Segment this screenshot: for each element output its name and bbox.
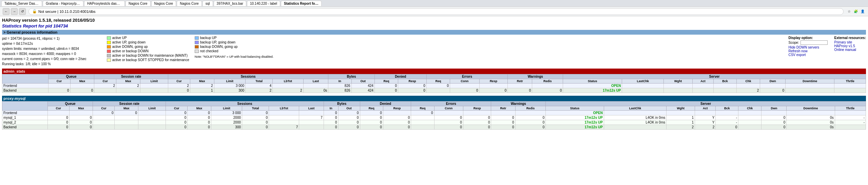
th-dwn: Dwn — [760, 79, 786, 84]
admin-be-wght — [663, 88, 692, 93]
mysql-be-status: 17m12s UP — [546, 125, 604, 130]
primary-site-link[interactable]: Primary site — [834, 40, 852, 44]
th-sr-cur: Cur — [94, 79, 116, 84]
th-sess-max: Max — [190, 79, 214, 84]
admin-fe-sess-total: 4 — [245, 84, 272, 88]
th-mysql-sessions-group: Sessions — [166, 101, 324, 106]
mysql-be-sr-cur — [93, 125, 115, 130]
mysql-fe-status: OPEN — [546, 111, 604, 115]
mysql1-sess-total: 0 — [242, 115, 269, 120]
admin-be-downtime — [786, 88, 834, 93]
scope-input[interactable] — [801, 40, 828, 45]
legend-box-not-checked — [195, 50, 199, 53]
reload-button[interactable]: ↺ — [19, 8, 26, 15]
admin-subheader: Cur Max Cur Max Limit Cur Max Limit Tota… — [2, 79, 866, 84]
mysql2-denied-req: 0 — [360, 120, 383, 125]
tab-2[interactable]: Grafana - Haproxy/platfor... — [43, 1, 83, 6]
browser-tabs: Tableau_Server Dashboard Grafana - Hapro… — [0, 0, 868, 7]
mysql1-lastchk: L4OK in 0ms — [604, 115, 666, 120]
tab-6[interactable]: Nagios Core — [177, 1, 202, 6]
mysql2-bck: - — [716, 120, 738, 125]
csv-export-link[interactable]: CSV export — [788, 53, 806, 57]
mysql2-sess-last — [299, 120, 324, 125]
tab-active[interactable]: Statistics Report for HAP... — [281, 1, 322, 6]
th-mysql-queue-group: Queue — [47, 101, 93, 106]
legend-box-maint — [107, 54, 111, 57]
tab-1[interactable]: Tableau_Server Dashboard — [1, 1, 42, 6]
profile-icon[interactable]: 👤 — [860, 9, 865, 14]
mysql-be-q-max: 0 — [69, 125, 93, 130]
back-button[interactable]: ← — [3, 8, 9, 15]
mysql2-sess-cur: 0 — [166, 120, 188, 125]
mysql1-row: mysql_1 0 0 0 0 2000 0 7 0 0 0 0 — [2, 115, 866, 120]
mysql-fe-bytes-in: 0 — [324, 111, 338, 115]
info-area: pid = 104734 (process #1, nbproc = 1) up… — [2, 36, 866, 67]
mysql2-row: mysql_2 0 0 0 0 2000 0 0 0 0 0 — [2, 120, 866, 125]
admin-be-sr-limit — [140, 88, 168, 93]
admin-fe-err-req: 0 — [426, 84, 450, 88]
proxy-mysql-section: proxy-mysql Queue Session rate Sessions … — [2, 96, 866, 130]
mysql1-downtime: 0s — [787, 115, 835, 120]
mysql1-denied-resp: 0 — [383, 115, 411, 120]
th-denied-group: Denied — [374, 74, 426, 79]
extension-icon[interactable]: 🧩 — [853, 9, 859, 14]
admin-stats-section: admin_stats Queue Session rate Sessions … — [2, 69, 866, 93]
mysql-be-q-cur: 0 — [47, 125, 69, 130]
mysql2-chk — [738, 120, 761, 125]
mysql-fe-err-req: 0 — [411, 111, 434, 115]
tab-5[interactable]: Nagios Core — [151, 1, 176, 6]
bookmark-icon[interactable]: ☆ — [846, 9, 852, 14]
mysql-fe-sess-cur: 0 — [166, 111, 188, 115]
legend-active-down-going-up: active DOWN, going up — [107, 45, 189, 49]
tab-7[interactable]: sql — [202, 1, 213, 6]
th-bytes-in: In — [328, 79, 351, 84]
mysql2-dwn: 0 — [761, 120, 787, 125]
url-text: 10.11.0.210:4001/dbs — [59, 10, 95, 14]
legend-box-active-down — [107, 50, 111, 53]
th-warnings-group: Warnings — [508, 74, 563, 79]
refresh-now-link[interactable]: Refresh now — [788, 49, 807, 53]
admin-be-sr-cur — [94, 88, 116, 93]
haproxy-v15-link[interactable]: HAProxy v1.5 — [834, 44, 855, 48]
lock-icon: 🔓 — [32, 9, 37, 14]
hide-down-servers-link[interactable]: Hide DOWN servers — [788, 45, 819, 49]
mysql1-thrtle: - — [835, 115, 866, 120]
address-bar[interactable]: 🔓 Not secure | 10.11.0.210:4001/dbs — [28, 8, 844, 15]
mysql-be-sess-limit: 300 — [211, 125, 242, 130]
proc-line2: uptime = 0d:17m12s — [2, 41, 86, 46]
th-sess-cur: Cur — [168, 79, 190, 84]
mysql2-sr-max — [115, 120, 138, 125]
online-manual-link[interactable]: Online manual — [834, 48, 856, 52]
admin-fe-sess-last — [303, 84, 328, 88]
th-mysql-sess-max: Max — [188, 106, 211, 111]
th-sess-lbtot: LbTot — [273, 79, 303, 84]
admin-fe-lastchk — [622, 84, 664, 88]
admin-fe-wght — [663, 84, 692, 88]
mysql-fe-bck — [716, 111, 738, 115]
mysql2-name: mysql_2 — [2, 120, 48, 125]
scope-label: Scope: — [788, 41, 799, 44]
th-status: Status — [563, 79, 622, 84]
admin-be-bck — [714, 88, 737, 93]
admin-fe-sess-cur: 2 — [168, 84, 190, 88]
tab-9[interactable]: 10.140.220 - label — [247, 1, 280, 6]
mysql1-sess-cur: 0 — [166, 115, 188, 120]
tab-3[interactable]: HAProxytestcls dashboard — [84, 1, 125, 6]
mysql-fe-sess-lbtot — [269, 111, 299, 115]
mysql1-warn-retr: 0 — [491, 115, 515, 120]
mysql-be-err-resp: 0 — [463, 125, 491, 130]
tab-4[interactable]: Nagios Core — [126, 1, 151, 6]
forward-button[interactable]: → — [11, 8, 18, 15]
th-mysql-denied-group: Denied — [360, 101, 411, 106]
tab-8[interactable]: 397/HAX_bcs.bar — [214, 1, 246, 6]
th-sr-limit: Limit — [140, 79, 168, 84]
mysql-be-wght: 2 — [667, 125, 695, 130]
mysql-fe-err-resp — [463, 111, 491, 115]
legend-maint: active or backup DOWN for maintenance (M… — [107, 54, 189, 57]
mysql-be-thrtle — [835, 125, 866, 130]
mysql-header-group: Queue Session rate Sessions Bytes Denied… — [2, 101, 866, 106]
admin-fe-sess-limit: 3 000 — [214, 84, 245, 88]
th-mysql-bytes-group: Bytes — [324, 101, 360, 106]
mysql2-downtime: 0s — [787, 120, 835, 125]
legend-box-active-up — [107, 36, 111, 40]
